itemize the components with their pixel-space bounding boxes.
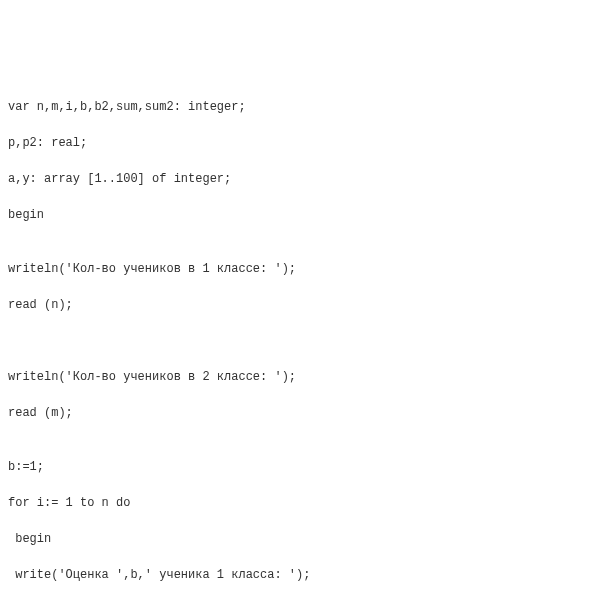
code-line: begin [8, 206, 581, 224]
code-line: read (m); [8, 404, 581, 422]
code-line: writeln('Кол-во учеников в 1 классе: '); [8, 260, 581, 278]
code-line: writeln('Кол-во учеников в 2 классе: '); [8, 368, 581, 386]
code-line: write('Оценка ',b,' ученика 1 класса: ')… [8, 566, 581, 584]
code-block: var n,m,i,b,b2,sum,sum2: integer; p,p2: … [8, 80, 581, 594]
code-line: read (n); [8, 296, 581, 314]
code-line: a,y: array [1..100] of integer; [8, 170, 581, 188]
code-line: p,p2: real; [8, 134, 581, 152]
code-line: begin [8, 530, 581, 548]
code-line: b:=1; [8, 458, 581, 476]
code-line: var n,m,i,b,b2,sum,sum2: integer; [8, 98, 581, 116]
code-line: for i:= 1 to n do [8, 494, 581, 512]
